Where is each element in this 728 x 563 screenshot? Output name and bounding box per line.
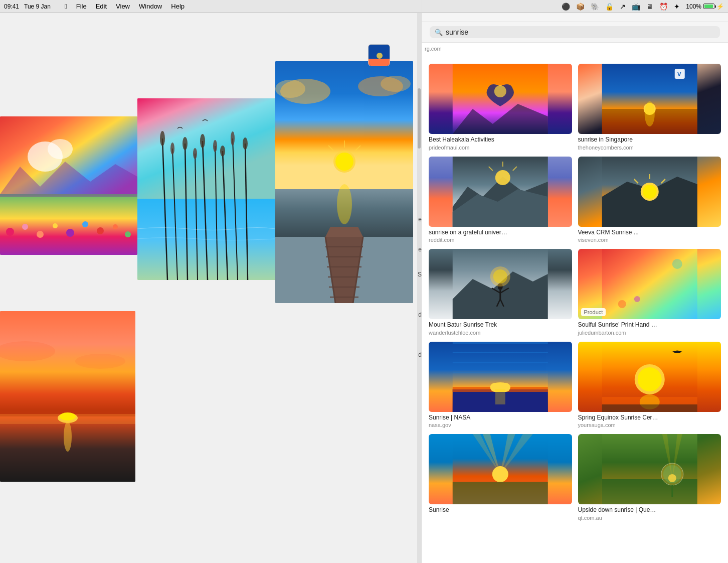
result-wanderlust[interactable]: Mount Batur Sunrise Trek wanderlustchloe… xyxy=(426,246,575,339)
result-title-veeva: Veeva CRM Sunrise ... xyxy=(578,229,721,237)
result-thumb-nasa xyxy=(429,342,572,412)
svg-point-13 xyxy=(125,231,131,237)
top-domain: rg.com xyxy=(425,46,725,54)
svg-rect-14 xyxy=(137,98,275,209)
svg-point-74 xyxy=(644,101,654,126)
result-domain-wanderlust: wanderlustchloe.com xyxy=(429,330,572,336)
menu-view[interactable]: View xyxy=(112,2,134,11)
canvas-area xyxy=(0,13,421,563)
side-label-s: S xyxy=(418,271,422,278)
svg-point-10 xyxy=(82,221,88,227)
result-thumb-haleakala xyxy=(429,64,572,134)
svg-point-28 xyxy=(193,148,197,159)
svg-point-45 xyxy=(337,184,352,224)
result-soulful[interactable]: Product Soulful Sunrise' Print Hand … ju… xyxy=(575,246,724,339)
svg-point-29 xyxy=(200,134,205,148)
menubar: 09:41 Tue 9 Jan  File Edit View Window … xyxy=(0,0,728,13)
result-sunrise-blue[interactable]: Sunrise xyxy=(426,431,575,524)
canvas-scrollbar[interactable] xyxy=(417,13,421,563)
result-domain-spring: yoursauga.com xyxy=(578,422,721,428)
search-input-wrap[interactable]: 🔍 xyxy=(430,26,720,38)
menu-file[interactable]: File xyxy=(72,2,91,11)
svg-rect-1 xyxy=(0,194,137,255)
svg-point-40 xyxy=(335,153,353,171)
svg-rect-101 xyxy=(602,249,697,319)
product-badge: Product xyxy=(581,308,606,316)
result-nasa[interactable]: Sunrise | NASA nasa.gov xyxy=(426,339,575,432)
result-thumb-wanderlust xyxy=(429,249,572,319)
svg-point-31 xyxy=(220,146,225,157)
svg-rect-123 xyxy=(602,404,697,412)
search-input[interactable] xyxy=(446,28,715,36)
result-thumb-veeva xyxy=(578,157,721,227)
svg-point-64 xyxy=(75,354,125,369)
result-domain-haleakala: prideofmaui.com xyxy=(429,145,572,151)
svg-rect-115 xyxy=(453,352,548,353)
result-thumb-spring xyxy=(578,342,721,412)
svg-point-11 xyxy=(97,227,104,234)
svg-point-12 xyxy=(113,224,118,229)
svg-rect-130 xyxy=(453,482,548,504)
result-domain-soulful: juliedumbarton.com xyxy=(578,330,721,336)
evernote-icon[interactable]: 🐘 xyxy=(591,3,599,11)
menubar-date: Tue 9 Jan xyxy=(24,3,51,10)
svg-point-26 xyxy=(170,143,174,155)
svg-point-6 xyxy=(22,224,28,230)
photo-sunset-bottom-left[interactable] xyxy=(0,311,135,482)
result-partial-top: rg.com xyxy=(422,43,728,57)
svg-point-69 xyxy=(494,85,506,97)
menu-help[interactable]: Help xyxy=(167,2,189,11)
canvas-toolbar-thumbnail[interactable] xyxy=(368,44,390,66)
result-title-reddit: sunrise on a grateful univer… xyxy=(429,229,572,237)
result-domain-nasa: nasa.gov xyxy=(429,422,572,428)
menu-apple[interactable]:  xyxy=(61,2,71,11)
painting-beach-grass[interactable] xyxy=(137,98,275,280)
svg-marker-48 xyxy=(325,227,363,237)
photo-boardwalk-sunset[interactable] xyxy=(275,61,413,303)
svg-rect-66 xyxy=(369,59,390,66)
result-veeva[interactable]: Veeva CRM Sunrise ... viseven.com xyxy=(575,154,724,246)
result-title-wanderlust: Mount Batur Sunrise Trek xyxy=(429,321,572,329)
spaces-icon[interactable]: ✦ xyxy=(674,3,680,11)
result-spring[interactable]: Spring Equinox Sunrise Cer… yoursauga.co… xyxy=(575,339,724,432)
time-machine-icon[interactable]: ⏰ xyxy=(659,3,668,11)
battery-indicator: 100% ⚡ xyxy=(686,3,724,10)
svg-point-105 xyxy=(618,300,626,308)
result-domain-singapore: thehoneycombers.com xyxy=(578,145,721,151)
right-panel: 🔍 rg.com xyxy=(421,0,728,563)
result-domain-upside: qt.com.au xyxy=(578,515,721,521)
1password-icon[interactable]: ⚫ xyxy=(562,3,570,11)
result-haleakala[interactable]: Best Haleakala Activities prideofmaui.co… xyxy=(426,61,575,154)
painting-colorful-landscape[interactable] xyxy=(0,116,137,255)
side-label-e1: e xyxy=(418,216,422,223)
macos-icon1[interactable]: ↗ xyxy=(620,3,626,11)
dropbox-icon[interactable]: 📦 xyxy=(576,3,585,11)
macos-icon2[interactable]: 📺 xyxy=(632,3,640,11)
menubar-time: 09:41 xyxy=(4,3,19,10)
canvas-scrollbar-thumb[interactable] xyxy=(418,88,421,149)
svg-point-30 xyxy=(213,140,217,152)
tailscale-icon[interactable]: 🔒 xyxy=(605,3,614,11)
svg-point-100 xyxy=(493,269,507,284)
results-grid: Best Haleakala Activities prideofmaui.co… xyxy=(422,57,728,528)
result-thumb-upside xyxy=(578,434,721,504)
svg-rect-113 xyxy=(495,389,505,404)
svg-point-32 xyxy=(231,131,235,146)
svg-point-80 xyxy=(495,170,510,185)
svg-rect-114 xyxy=(453,342,548,344)
svg-point-38 xyxy=(381,76,411,92)
charging-icon: ⚡ xyxy=(716,3,724,10)
svg-text:V: V xyxy=(677,71,681,78)
menu-edit[interactable]: Edit xyxy=(92,2,111,11)
svg-point-67 xyxy=(377,53,383,59)
svg-point-107 xyxy=(672,259,682,269)
search-bar-row: 🔍 xyxy=(422,22,728,43)
result-singapore[interactable]: V sunrise in Singapore thehoneycombers.c… xyxy=(575,61,724,154)
result-upside[interactable]: Upside down sunrise | Que… qt.com.au xyxy=(575,431,724,524)
menu-window[interactable]: Window xyxy=(135,2,166,11)
battery-icon xyxy=(703,4,714,9)
result-reddit[interactable]: sunrise on a grateful univer… reddit.com xyxy=(426,154,575,246)
svg-rect-132 xyxy=(602,479,697,504)
svg-point-5 xyxy=(6,228,14,236)
displays-icon[interactable]: 🖥 xyxy=(646,3,653,11)
